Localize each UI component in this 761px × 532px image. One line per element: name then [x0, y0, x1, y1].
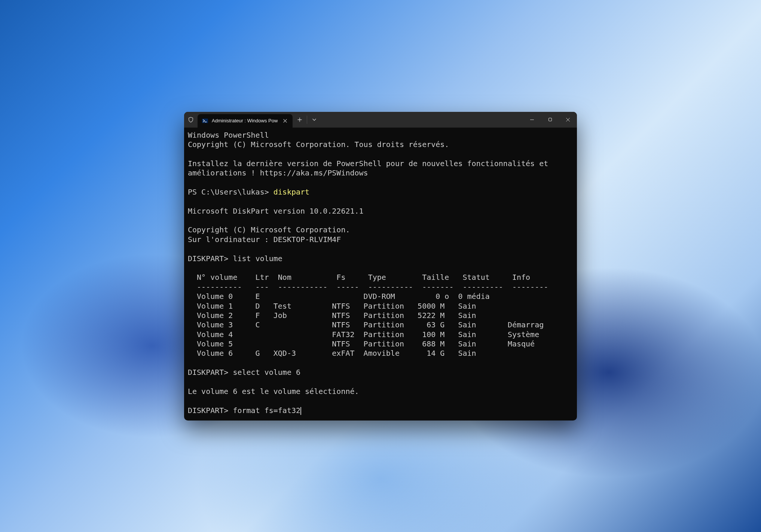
shield-icon — [184, 112, 198, 128]
tab-dropdown-button[interactable] — [307, 112, 321, 128]
diskpart-prompt: DISKPART> — [188, 368, 233, 377]
volume-row: Volume 1 D Test NTFS Partition 5000 M Sa… — [188, 302, 476, 311]
tab-title: Administrateur : Windows Pow — [212, 118, 278, 123]
text-cursor — [300, 407, 301, 415]
ps-command: diskpart — [273, 187, 309, 196]
powershell-icon — [202, 118, 208, 124]
terminal-body[interactable]: Windows PowerShell Copyright (C) Microso… — [184, 128, 577, 421]
volume-row: Volume 2 F Job NTFS Partition 5222 M Sai… — [188, 311, 476, 320]
tab-active[interactable]: Administrateur : Windows Pow — [198, 114, 293, 128]
diskpart-prompt: DISKPART> — [188, 406, 233, 415]
volume-row: Volume 5 NTFS Partition 688 M Sain Masqu… — [188, 339, 535, 348]
ps-prompt: PS C:\Users\lukas> — [188, 187, 273, 196]
select-result: Le volume 6 est le volume sélectionné. — [188, 387, 359, 396]
close-window-button[interactable] — [559, 112, 577, 128]
volume-row: Volume 0 E DVD-ROM 0 o 0 média — [188, 292, 490, 301]
diskpart-command: format fs=fat32 — [233, 406, 300, 415]
diskpart-prompt: DISKPART> — [188, 254, 233, 263]
diskpart-command: list volume — [233, 254, 282, 263]
volume-row: Volume 3 C NTFS Partition 63 G Sain Déma… — [188, 320, 544, 329]
volume-table-divider: ---------- --- ----------- ----- -------… — [188, 282, 548, 291]
diskpart-version: Microsoft DiskPart version 10.0.22621.1 — [188, 207, 364, 215]
volume-table-header: N° volume Ltr Nom Fs Type Taille Statut … — [188, 273, 530, 282]
svg-rect-7 — [548, 118, 551, 121]
tab-close-button[interactable] — [281, 117, 289, 125]
diskpart-copyright: Copyright (C) Microsoft Corporation. — [188, 225, 350, 234]
terminal-window: Administrateur : Windows Pow — [184, 112, 577, 421]
maximize-button[interactable] — [541, 112, 559, 128]
diskpart-computer: Sur l'ordinateur : DESKTOP-RLVIM4F — [188, 235, 341, 244]
diskpart-command: select volume 6 — [233, 368, 300, 377]
install-hint: améliorations ! https://aka.ms/PSWindows — [188, 168, 368, 177]
banner-copyright: Copyright (C) Microsoft Corporation. Tou… — [188, 140, 449, 149]
volume-row: Volume 6 G XQD-3 exFAT Amovible 14 G Sai… — [188, 349, 476, 358]
svg-rect-0 — [202, 119, 208, 123]
titlebar-drag-region[interactable] — [321, 112, 523, 128]
banner-line: Windows PowerShell — [188, 131, 269, 140]
volume-row: Volume 4 FAT32 Partition 100 M Sain Syst… — [188, 330, 539, 339]
install-hint: Installez la dernière version de PowerSh… — [188, 159, 548, 168]
titlebar[interactable]: Administrateur : Windows Pow — [184, 112, 577, 128]
new-tab-button[interactable] — [293, 112, 307, 128]
minimize-button[interactable] — [523, 112, 541, 128]
